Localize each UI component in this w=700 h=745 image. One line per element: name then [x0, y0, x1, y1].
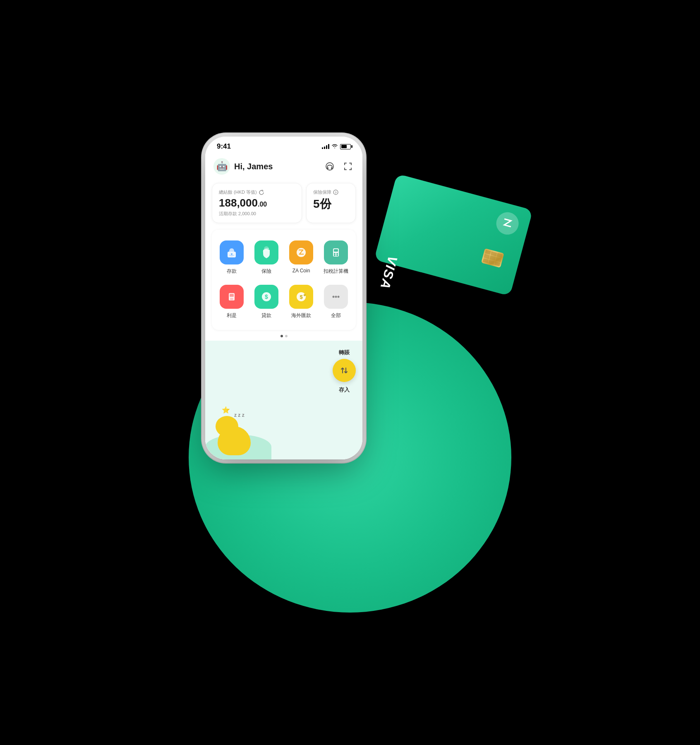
- transfer-button[interactable]: [333, 359, 356, 382]
- za-coin-label: ZA Coin: [292, 268, 310, 274]
- menu-grid: 存款 保險: [215, 236, 352, 323]
- mascot-body: [218, 426, 251, 455]
- za-coin-icon: [289, 240, 313, 264]
- svg-point-12: [336, 253, 338, 255]
- svg-text:?: ?: [335, 191, 337, 195]
- mascot-star: ⭐: [222, 406, 230, 414]
- visa-card: VISA: [374, 174, 533, 296]
- balance-card: 總結餘 (HKD 等值) 188,000.00 活期存款 2,000.00: [212, 183, 302, 223]
- menu-item-loans[interactable]: $ 貸款: [250, 281, 283, 323]
- visa-text: VISA: [377, 254, 400, 291]
- svg-rect-10: [334, 249, 338, 252]
- more-label: 全部: [331, 312, 341, 319]
- dot-2: [285, 335, 288, 337]
- svg-rect-2: [331, 167, 333, 169]
- savings-label: 存款: [227, 268, 237, 275]
- svg-rect-16: [230, 294, 234, 297]
- phone: 9:41: [205, 137, 362, 459]
- loans-label: 貸款: [261, 312, 271, 319]
- user-greeting: 🤖 Hi, James: [213, 158, 273, 175]
- scan-icon[interactable]: [342, 160, 354, 173]
- svg-point-24: [335, 296, 337, 298]
- phone-screen: 9:41: [205, 137, 362, 459]
- more-icon: [324, 285, 348, 309]
- tax-calc-icon: [324, 240, 348, 264]
- status-time: 9:41: [217, 142, 231, 151]
- za-card-logo: [494, 210, 521, 237]
- chip: [481, 248, 504, 268]
- status-bar: 9:41: [205, 137, 362, 154]
- scene: VISA 9:41: [164, 83, 536, 662]
- insurance-label: 保險保障 ?: [313, 189, 349, 195]
- header-icons[interactable]: [324, 160, 354, 173]
- tax-calc-label: 扣稅計算機: [324, 268, 348, 275]
- menu-item-za-coin[interactable]: ZA Coin: [285, 236, 318, 279]
- deposit-label: 存入: [339, 386, 350, 394]
- app-content: 🤖 Hi, James: [205, 154, 362, 459]
- menu-item-savings[interactable]: 存款: [215, 236, 248, 279]
- svg-rect-18: [230, 299, 233, 300]
- menu-item-tax-calc[interactable]: 扣稅計算機: [319, 236, 352, 279]
- balance-sub: 活期存款 2,000.00: [219, 211, 295, 217]
- fab-area: 轉賬 存入: [333, 349, 356, 394]
- overseas-label: 海外匯款: [291, 312, 311, 319]
- insurance-icon: [254, 240, 278, 264]
- menu-section: 存款 保險: [212, 230, 356, 330]
- menu-item-more[interactable]: 全部: [319, 281, 352, 323]
- transfer-label: 轉賬: [339, 349, 350, 356]
- mascot: ⭐ z z z: [209, 410, 263, 459]
- svg-text:$: $: [265, 293, 268, 300]
- svg-point-25: [338, 296, 340, 298]
- signal-icon: [322, 144, 329, 149]
- svg-text:$: $: [300, 294, 303, 300]
- dot-1: [280, 335, 283, 337]
- wifi-icon: [331, 143, 338, 150]
- headset-icon[interactable]: [324, 160, 336, 173]
- loans-icon: $: [254, 285, 278, 309]
- svg-point-11: [334, 253, 336, 255]
- svg-rect-1: [327, 167, 328, 169]
- balance-label: 總結餘 (HKD 等值): [219, 189, 295, 195]
- svg-rect-6: [231, 253, 233, 255]
- refresh-icon[interactable]: [259, 190, 264, 195]
- lai-see-icon: [220, 285, 244, 309]
- svg-rect-17: [230, 298, 233, 299]
- app-header: 🤖 Hi, James: [205, 154, 362, 180]
- svg-point-23: [333, 296, 335, 298]
- mascot-zzz: z z z: [234, 412, 245, 418]
- page-dots: [205, 332, 362, 341]
- insurance-menu-label: 保險: [261, 268, 271, 275]
- balance-section: 總結餘 (HKD 等值) 188,000.00 活期存款 2,000.00: [205, 180, 362, 226]
- avatar: 🤖: [213, 158, 230, 175]
- svg-point-13: [334, 255, 336, 256]
- menu-item-lai-see[interactable]: 利是: [215, 281, 248, 323]
- bottom-area: ⭐ z z z 轉賬 存入: [205, 341, 362, 459]
- menu-item-insurance[interactable]: 保險: [250, 236, 283, 279]
- svg-point-14: [336, 255, 338, 256]
- balance-amount: 188,000.00: [219, 197, 295, 209]
- savings-icon: [220, 240, 244, 264]
- insurance-count: 5份: [313, 197, 349, 211]
- lai-see-label: 利是: [227, 312, 237, 319]
- greeting-text: Hi, James: [234, 162, 273, 171]
- battery-icon: [340, 144, 351, 149]
- menu-item-overseas[interactable]: $ 海外匯款: [285, 281, 318, 323]
- status-icons: [322, 143, 351, 150]
- avatar-icon: 🤖: [216, 161, 228, 172]
- question-icon[interactable]: ?: [333, 190, 338, 195]
- insurance-card: 保險保障 ? 5份: [306, 183, 356, 223]
- overseas-icon: $: [289, 285, 313, 309]
